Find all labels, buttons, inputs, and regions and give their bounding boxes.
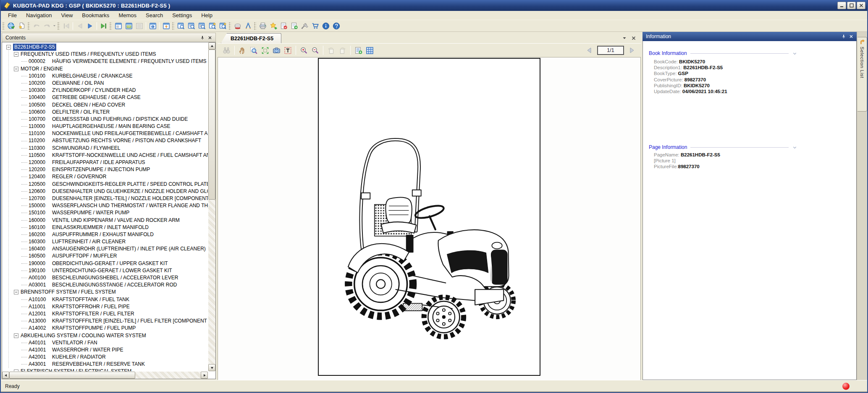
undo-icon[interactable] (31, 21, 42, 31)
tree-leaf-node[interactable]: 100400GETRIEBE GEHAEUSE / GEAR CASE (21, 94, 208, 101)
find-binoculars-icon[interactable] (221, 45, 232, 56)
tree-leaf-node[interactable]: 150000WASSERFLANSCH UND THERMOSTAT / WAT… (21, 202, 208, 209)
next-page-icon[interactable] (627, 46, 637, 55)
tree-leaf-node[interactable]: 110000HAUPTLAGERGEHAEUSE / MAIN BEARING … (21, 123, 208, 130)
tree-leaf-node[interactable]: 160400ANSAUGENROHR (LUFTREINHEIT) / INLE… (21, 245, 208, 252)
tree-leaf-node[interactable]: A40101VENTILATOR / FAN (21, 339, 208, 346)
menu-navigation[interactable]: Navigation (21, 11, 56, 19)
diagram-page[interactable] (318, 58, 540, 376)
scroll-left-button[interactable] (2, 372, 9, 379)
tree-leaf-node[interactable]: 110100NOCKENWELLE UND FREILAUFGETRIEBEWE… (21, 130, 208, 137)
page-information-section-header[interactable]: Page Information (649, 144, 797, 150)
search-book-star-icon[interactable] (207, 21, 218, 31)
vertical-scroll-track[interactable] (208, 200, 215, 364)
document-tab[interactable]: B2261HDB-F2-S5 (221, 33, 281, 43)
menu-search[interactable]: Search (141, 11, 168, 19)
redo-icon[interactable] (42, 21, 52, 31)
nav-forward-icon[interactable] (85, 21, 95, 31)
tree-leaf-node[interactable]: A12001KRAFTSTOFFILTER / FUEL FILTER (21, 310, 208, 318)
search-text-icon[interactable] (186, 21, 197, 31)
tree-branch-node[interactable]: FREQUENTLY USED ITEMS / FREQUENTLY USED … (14, 51, 208, 58)
rotate-left-icon[interactable] (325, 45, 337, 56)
panel-info-icon[interactable] (147, 21, 158, 31)
tree-branch-node[interactable]: ABKUEHLUNG SYSTEM / COOLING WATER SYSTEM (14, 332, 208, 339)
tree-leaf-node[interactable]: 120400REGLER / GOVERNOR (21, 173, 208, 180)
zoom-out-icon[interactable] (309, 45, 321, 56)
tree-leaf-node[interactable]: 120200EINSPRITZENPUMPE / INJECTION PUMP (21, 166, 208, 173)
menu-memos[interactable]: Memos (114, 11, 141, 19)
tree-leaf-node[interactable]: A13000KRAFTSTOFFFILTER [EINZEL-TEIL] / F… (21, 318, 208, 325)
tree-leaf-node[interactable]: 100300ZYLINDERKOPF / CYLINDER HEAD (21, 87, 208, 94)
scroll-right-button[interactable] (201, 372, 208, 379)
tree-leaf-node[interactable]: 110200ABSTUETZUNG RECHTS VORNE / PISTON … (21, 137, 208, 144)
rotate-right-icon[interactable] (337, 45, 348, 56)
tree-leaf-node[interactable]: A03001BESCHLEUNIGUNGSSTANGE / ACCELERATO… (21, 281, 208, 289)
book-information-section-header[interactable]: Book Information (649, 50, 797, 56)
horizontal-scroll-track[interactable] (135, 372, 201, 379)
tree-leaf-node[interactable]: A11001KRAFTSTOFFROHR / FUEL PIPE (21, 303, 208, 310)
memo-export-icon[interactable] (289, 21, 299, 31)
panel-list-icon[interactable] (134, 21, 144, 31)
tree-leaf-node[interactable]: 000002HÄUFIG VERWENDETE ELEMENTE / FREQU… (21, 58, 208, 65)
snapshot-camera-icon[interactable] (271, 45, 282, 56)
tree-branch-node[interactable]: MOTOR / ENGINE (14, 65, 208, 73)
tree-leaf-node[interactable]: A41001WASSERROHR / WATER PIPE (21, 346, 208, 354)
search-book-icon[interactable] (176, 21, 186, 31)
dropdown-caret-icon[interactable] (52, 21, 57, 31)
tree-leaf-node[interactable]: 160100EINLASSKRUEMMER / INLET MANIFOLD (21, 224, 208, 231)
tree-leaf-node[interactable]: 160500AUSPUFFTOPF / MUFFLER (21, 252, 208, 260)
tree-leaf-node[interactable]: 160200AUSPUFFRUMMER / EXHAUST MANIFOLD (21, 231, 208, 238)
collapse-expand-icon[interactable] (6, 45, 11, 49)
menu-file[interactable]: File (3, 11, 21, 19)
scroll-down-button[interactable] (208, 364, 215, 371)
maximize-button[interactable] (847, 2, 856, 9)
pan-hand-icon[interactable] (237, 45, 248, 56)
tree-leaf-node[interactable]: 100200OELWANNE / OIL PAN (21, 80, 208, 87)
menu-settings[interactable]: Settings (168, 11, 197, 19)
collapse-expand-icon[interactable] (14, 290, 18, 294)
tree-leaf-node[interactable]: 120600DUESENHALTER UND GLUEHKERZE / NOZZ… (21, 188, 208, 195)
tree-leaf-node[interactable]: A14002KRAFTSTOFFPUMPE / FUEL PUMP (21, 325, 208, 332)
measure-icon[interactable] (243, 21, 253, 31)
pin-icon[interactable] (199, 34, 206, 41)
eraser-icon[interactable] (232, 21, 243, 31)
tree-leaf-node[interactable]: 110300SCHWUNGRAD / FLYWHEEL (21, 145, 208, 152)
collapse-expand-icon[interactable] (14, 67, 18, 71)
tree-leaf-node[interactable]: A43001RESERVEBEHALTER / RESERVE TANK (21, 361, 208, 368)
tab-close-icon[interactable] (630, 34, 637, 42)
tree-leaf-node[interactable]: 100500DECKEL OBEN / HEAD COVER (21, 102, 208, 109)
horizontal-scroll-thumb[interactable] (9, 372, 135, 379)
menu-bookmarks[interactable]: Bookmarks (77, 11, 114, 19)
collapse-expand-icon[interactable] (14, 52, 18, 57)
tree-leaf-node[interactable]: 100100KURBELGHAEUSE / CRANKCASE (21, 73, 208, 80)
tree-leaf-node[interactable]: 100600OELFILTER / OIL FILTER (21, 109, 208, 116)
tree-leaf-node[interactable]: 120500GESCHWINDIGKEITS-REGLER PLATTE / S… (21, 181, 208, 188)
tree-leaf-node[interactable]: 110500KRAFTSTOFF-NOCKENWELLE UND ACHSE /… (21, 152, 208, 159)
tree-leaf-node[interactable]: 190000OBERDICHTUNG-GERAET / UPPER GASKET… (21, 260, 208, 267)
globe-home-icon[interactable] (6, 21, 16, 31)
tree-branch-node[interactable]: ELEKTRISCH SYSTEM / ELECTRICAL SYSTEM (14, 368, 208, 371)
tree-branch-node[interactable]: BRENNSTOFF SYSTEM / FUEL SYSTEM (14, 289, 208, 296)
panel-swap-icon[interactable] (161, 21, 171, 31)
new-window-icon[interactable] (16, 21, 27, 31)
tree-leaf-node[interactable]: 150100WASSERPUMPE / WATER PUMP (21, 209, 208, 216)
tree-leaf-node[interactable]: 100700OELMESSSTAB UND FUEHRUNG / DIPSTIC… (21, 116, 208, 123)
tree-leaf-node[interactable]: A00100BESCHLEUNIGUNGSHEBEL / ACCELERATOR… (21, 274, 208, 281)
collapse-expand-icon[interactable] (14, 370, 18, 371)
collapse-expand-icon[interactable] (14, 333, 18, 338)
scroll-up-button[interactable] (208, 42, 215, 49)
zoom-in-icon[interactable] (298, 45, 309, 56)
tree-leaf-node[interactable]: 120700DUESENHALTER [EINZEL-TEIL] / NOZZL… (21, 195, 208, 202)
help-circle-icon[interactable] (331, 21, 341, 31)
info-circle-icon[interactable] (320, 21, 331, 31)
tree-leaf-node[interactable]: A10100KRAFTSTOFFTANK / FUEL TANK (21, 296, 208, 303)
memo-check-icon[interactable] (278, 21, 289, 31)
zoom-region-icon[interactable] (248, 45, 260, 56)
selection-list-tab[interactable]: Selection List (858, 37, 867, 112)
tree-root-node[interactable]: B2261HDB-F2-S5 (6, 44, 208, 51)
tree-leaf-node[interactable]: A42001KUEHLER / RADIATOR (21, 354, 208, 361)
search-list-icon[interactable] (197, 21, 207, 31)
tree-leaf-node[interactable]: 160300LUFTREINHEIT / AIR CLEANER (21, 238, 208, 245)
tools-icon[interactable] (299, 21, 310, 31)
cart-icon[interactable] (310, 21, 320, 31)
